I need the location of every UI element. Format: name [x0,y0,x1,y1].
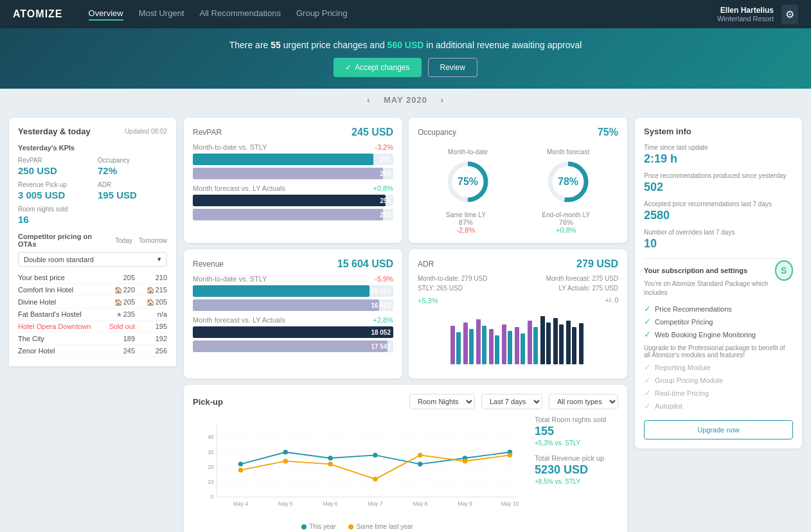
gear-icon[interactable]: ⚙ [781,4,798,24]
adr-mf-label: Month forecast: 275 USD [546,275,618,282]
svg-point-58 [508,453,512,457]
total-revenue-value: 5230 USD [535,463,618,477]
svg-rect-21 [546,323,551,364]
revenue-value: 15 604 USD [337,258,393,270]
banner-text-before: There are [229,40,269,50]
nav-links: Overview Most Urgent All Recommendations… [89,8,717,21]
pickup-filter3[interactable]: All room types [549,394,618,409]
svg-point-45 [238,462,243,466]
svg-text:May 7: May 7 [368,501,383,508]
svg-rect-25 [572,327,576,364]
svg-rect-19 [533,327,538,364]
competitor-tomorrow-3: n/a [135,310,167,318]
review-button[interactable]: Review [428,58,477,77]
pickup-filter1[interactable]: Room Nights [409,394,475,409]
svg-rect-18 [528,321,532,364]
kpi-occupancy-value: 72% [98,165,167,176]
kpi-grid: RevPAR 250 USD Occupancy 72% Revenue Pic… [18,157,167,225]
competitor-tomorrow-4: 195 [135,323,167,330]
system-time-label: Time since last update [644,144,793,151]
svg-rect-23 [559,324,564,364]
revpar-bar2: 253 [193,168,393,179]
nav-group-pricing[interactable]: Group Pricing [296,8,347,21]
svg-text:May 4: May 4 [233,501,248,508]
legend-this-year: This year [301,523,335,530]
main-grid: Yesterday & today Updated 08:02 Yesterda… [0,111,811,532]
kpi-occupancy-label: Occupancy [98,157,167,164]
pickup-title: Pick-up [193,397,223,407]
feature-label-inactive-2: Real-time Pricing [655,389,709,397]
svg-text:May 9: May 9 [458,501,472,508]
kpi-revenue-pickup-value: 3 005 USD [18,190,87,200]
competitor-section: Competitor pricing on OTAs Today Tomorro… [18,233,167,357]
kpi-occupancy: Occupancy 72% [98,157,167,176]
nav-most-urgent[interactable]: Most Urgent [139,8,184,21]
revpar-mf-label: Month forecast vs. LY Actuals [193,184,285,192]
revpar-bar2-val: 253 [380,170,391,177]
next-month-button[interactable]: › [441,95,444,105]
competitor-row-3: Fat Bastard's Hostel ★235 n/a [18,308,167,321]
occ-footer: Same time LY 87% -2,8% End-of-month LY 7… [418,211,618,234]
kpi-room-nights: Room nights sold 16 [18,206,87,225]
svg-text:May 5: May 5 [278,501,293,508]
banner-text: There are 55 urgent price changes and 56… [13,40,798,50]
system-time-value: 2:19 h [644,152,793,166]
svg-point-57 [463,459,467,463]
kpi-room-nights-label: Room nights sold [18,206,87,213]
total-room-nights-label: Total Room nights sold [535,416,618,423]
svg-text:May 10: May 10 [501,501,519,508]
feature-check-1: ✓ [644,317,651,326]
competitor-row-4: Hotel Opera Downtown Sold out 195 [18,321,167,333]
revpar-title: RevPAR [193,128,222,137]
room-type-dropdown[interactable]: Double room standard ▾ [18,252,167,267]
competitor-name-5: The City [18,335,103,342]
revpar-bar3: 255 [193,195,393,206]
competitor-today-5: 189 [103,335,135,342]
prev-month-button[interactable]: ‹ [367,95,370,105]
pickup-filter2[interactable]: Last 7 days [481,394,542,409]
subscription-badge: S [775,260,793,281]
pickup-chart-svg: 0 10 20 30 40 May 4 May 5 May 6 May 7 Ma… [193,416,522,519]
upgrade-now-button[interactable]: Upgrade now [644,420,793,439]
occ-circle-mtd: Month-to-date 75% [445,148,490,206]
pickup-header: Pick-up Room Nights Last 7 days All room… [193,394,618,409]
accept-changes-button[interactable]: Accept changes [334,58,421,77]
adr-chart-svg [418,310,618,368]
system-time-row: Time since last update 2:19 h [644,144,793,166]
feature-check-0: ✓ [644,304,651,314]
revenue-bar3-val: 18 052 [371,329,391,336]
right-panel: System info Time since last update 2:19 … [635,118,802,532]
svg-rect-6 [450,326,455,364]
feature-label-1: Competitor Pricing [655,318,713,326]
pickup-card: Pick-up Room Nights Last 7 days All room… [184,385,627,532]
today-col-label: Today [100,237,132,244]
competitor-tomorrow-6: 256 [135,347,167,355]
kpi-adr-label: ADR [98,181,167,188]
competitor-row-your-price: Your best price 205 210 [18,272,167,284]
svg-text:75%: 75% [458,176,478,187]
pickup-stats: Total Room nights sold 155 +5,3% vs. STL… [528,416,618,530]
revenue-mf-row: Month forecast vs. LY Actuals +2,8% [193,316,393,324]
kpis-section-title: Yesterday's KPIs [18,144,167,152]
adr-mtd-label: Month-to-date: 279 USD [418,275,487,282]
revenue-mtd-label: Month-to-date vs. STLY [193,275,267,283]
nav-all-recommendations[interactable]: All Recommendations [200,8,281,21]
updated-time: Updated 08:02 [125,128,167,135]
svg-point-46 [283,450,288,454]
kpi-adr: ADR 195 USD [98,181,167,200]
competitor-name-1: Comfort Inn Hotel [18,286,103,294]
adr-value: 279 USD [576,258,618,270]
revpar-mtd-change: -3,2% [375,143,393,151]
revenue-bar1-val: 15 604 [371,288,391,295]
svg-text:30: 30 [208,449,214,456]
kpi-revpar-value: 250 USD [18,165,87,176]
nav-overview[interactable]: Overview [89,8,123,21]
revenue-bar4: 17 547 [193,341,393,352]
nav-right: Ellen Hartelius Winterland Resort ⚙ [717,4,798,24]
revenue-bar2-val: 16 525 [371,302,391,309]
system-overrides-label: Number of overrides last 7 days [644,229,793,236]
revenue-title: Revenue [193,260,224,269]
competitor-today-3: ★235 [103,310,135,318]
competitor-today-2: 🏠205 [103,298,135,306]
svg-point-53 [283,459,288,463]
